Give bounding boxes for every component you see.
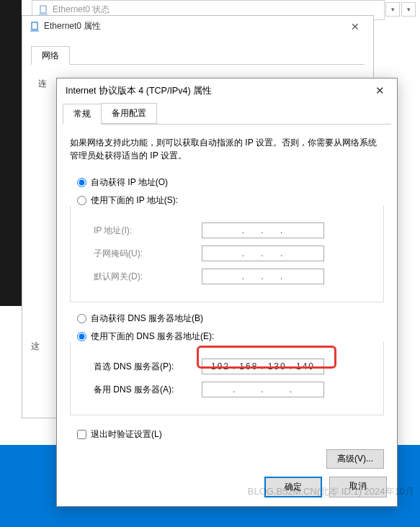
radio-auto-dns[interactable]: 自动获得 DNS 服务器地址(B): [77, 312, 374, 325]
validate-on-exit-checkbox[interactable]: 退出时验证设置(L): [77, 428, 384, 441]
svg-rect-2: [32, 22, 37, 30]
close-icon[interactable]: ✕: [365, 84, 394, 97]
window-title: Ethernet0 状态: [53, 4, 110, 16]
radio-label: 自动获得 DNS 服务器地址(B): [91, 312, 203, 325]
dropdown-chip[interactable]: ▾: [401, 2, 416, 17]
radio-input[interactable]: [77, 314, 86, 323]
radio-input[interactable]: [77, 332, 86, 341]
checkbox-input[interactable]: [77, 430, 86, 439]
dropdown-chip[interactable]: ▾: [385, 2, 400, 17]
subnet-mask-input: . . .: [202, 246, 324, 261]
network-icon: [30, 22, 40, 32]
section-label: 这: [31, 341, 40, 353]
radio-label: 使用下面的 IP 地址(S):: [91, 194, 178, 207]
description-text: 如果网络支持此功能，则可以获取自动指派的 IP 设置。否则，你需要从网络系统管理…: [70, 136, 384, 162]
gateway-label: 默认网关(D):: [94, 271, 202, 283]
preferred-dns-label: 首选 DNS 服务器(P):: [94, 361, 202, 373]
radio-auto-ip[interactable]: 自动获得 IP 地址(O): [77, 176, 374, 189]
tab-alternate[interactable]: 备用配置: [101, 103, 157, 124]
radio-input[interactable]: [77, 196, 86, 205]
checkbox-label: 退出时验证设置(L): [91, 428, 162, 441]
ip-address-input: . . .: [202, 222, 324, 238]
ip-address-label: IP 地址(I):: [94, 225, 202, 237]
advanced-button[interactable]: 高级(V)...: [326, 449, 384, 469]
gateway-input: . . .: [202, 269, 324, 284]
svg-rect-0: [40, 6, 46, 13]
preferred-dns-input[interactable]: 192.168.130.140: [202, 359, 324, 374]
dialog-title: Internet 协议版本 4 (TCP/IPv4) 属性: [66, 85, 212, 97]
tab-network[interactable]: 网络: [31, 46, 70, 65]
radio-input[interactable]: [77, 178, 86, 187]
radio-label: 自动获得 IP 地址(O): [91, 176, 168, 189]
window-title: Ethernet0 属性: [44, 20, 101, 32]
network-icon: [38, 5, 48, 15]
alternate-dns-input[interactable]: ...: [202, 382, 324, 397]
subnet-mask-label: 子网掩码(U):: [94, 248, 202, 260]
background-toolbar: ▾ ▾: [385, 2, 416, 17]
ipv4-properties-dialog: Internet 协议版本 4 (TCP/IPv4) 属性 ✕ 常规 备用配置 …: [56, 78, 398, 507]
watermark: BLOG.B52M.CN(北岑 ID:1) 2024年10月: [248, 485, 414, 498]
alternate-dns-label: 备用 DNS 服务器(A):: [94, 384, 202, 396]
tab-general[interactable]: 常规: [63, 104, 102, 125]
close-icon[interactable]: ✕: [344, 21, 366, 32]
